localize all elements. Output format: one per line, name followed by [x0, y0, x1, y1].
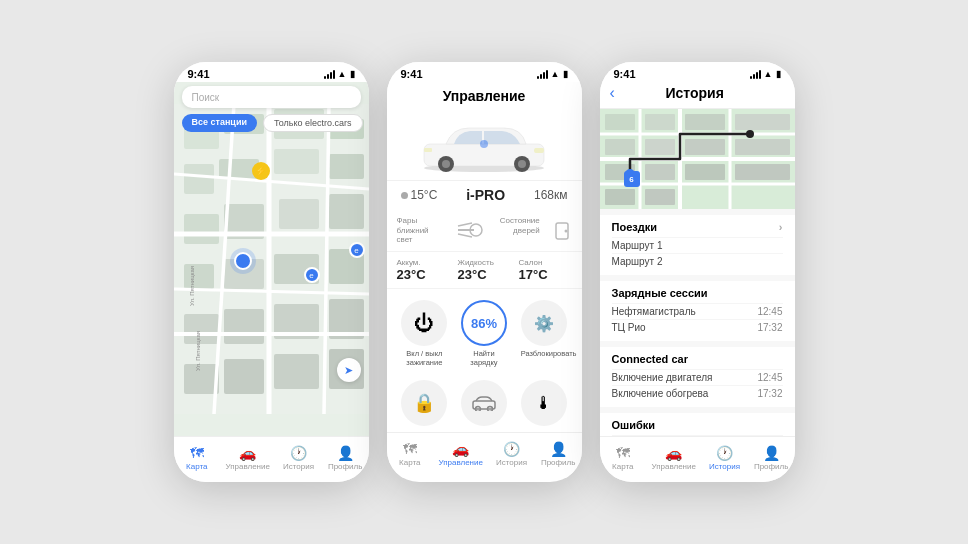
svg-point-38: [442, 160, 450, 168]
svg-rect-61: [645, 114, 675, 130]
map-pin-e-2[interactable]: e: [304, 267, 320, 283]
action-ignition[interactable]: ⏻ Вкл / выклзажигание: [401, 300, 447, 367]
lights-icon: [456, 220, 484, 240]
tab-control-history[interactable]: 🕐 История: [494, 441, 530, 467]
svg-rect-42: [534, 148, 544, 153]
tab-control-profile[interactable]: 👤 Профиль: [540, 441, 576, 467]
ignition-label: Вкл / выклзажигание: [406, 349, 442, 367]
charging-2-label: ТЦ Рио: [612, 322, 646, 333]
tab-history-history[interactable]: 🕐 История: [707, 445, 743, 471]
battery-icon-history: ▮: [776, 69, 781, 79]
charging-title-text: Зарядные сессии: [612, 287, 708, 299]
svg-rect-73: [645, 189, 675, 205]
unlock-label: Разблокировать: [521, 349, 567, 358]
tab-h-icon-1: 🗺: [616, 445, 630, 461]
unlock-circle[interactable]: ⚙️: [521, 300, 567, 346]
history-content: Поездки › Маршрут 1 Маршрут 2 Зарядные с…: [600, 209, 795, 436]
temp-dot: [401, 192, 408, 199]
history-map: 6: [600, 109, 795, 209]
action-find-charge[interactable]: 86% Найти зарядку: [461, 300, 507, 367]
action-temp[interactable]: 🌡: [521, 380, 567, 426]
svg-point-40: [518, 160, 526, 168]
svg-rect-23: [274, 354, 319, 389]
tab-history-carta[interactable]: 🗺 Карта: [605, 445, 641, 471]
tab-map-control[interactable]: 🚗 Управление: [225, 445, 269, 471]
section-title-errors: Ошибки: [612, 419, 783, 435]
connected-2[interactable]: Включение обогрева 17:32: [612, 385, 783, 401]
tab-control-label: Управление: [225, 462, 269, 471]
tab-history-icon: 🕐: [290, 445, 307, 461]
status-icons-control: ▲ ▮: [537, 69, 568, 79]
history-header: ‹ История: [600, 82, 795, 109]
bar1: [750, 76, 752, 79]
bar1: [537, 76, 539, 79]
history-section-charging: Зарядные сессии Нефтямагистраль 12:45 ТЦ…: [600, 281, 795, 341]
tab-map-label: Карта: [186, 462, 207, 471]
filter-all-stations[interactable]: Все станции: [182, 114, 257, 132]
trips-arrow[interactable]: ›: [779, 221, 783, 233]
history-pin-start: 6: [624, 171, 640, 187]
svg-rect-5: [184, 164, 214, 194]
control-row-metrics: Аккум. 23°C Жидкость 23°C Салон 17°C: [387, 252, 582, 290]
find-charge-label: Найти зарядку: [461, 349, 507, 367]
battery-icon-control: ▮: [563, 69, 568, 79]
bar3: [756, 72, 758, 79]
tab-h-label-1: Карта: [612, 462, 633, 471]
tab-control-control[interactable]: 🚗 Управление: [438, 441, 482, 467]
tab-bar-history: 🗺 Карта 🚗 Управление 🕐 История 👤 Профиль: [600, 436, 795, 482]
tab-history-control[interactable]: 🚗 Управление: [651, 445, 695, 471]
back-button[interactable]: ‹: [610, 84, 621, 102]
svg-rect-65: [645, 139, 675, 155]
tab-h-icon-3: 🕐: [716, 445, 733, 461]
ignition-circle[interactable]: ⏻: [401, 300, 447, 346]
tab-map-carta[interactable]: 🗺 Карта: [179, 445, 215, 471]
bar2: [753, 74, 755, 79]
tab-map-history[interactable]: 🕐 История: [281, 445, 317, 471]
svg-rect-71: [735, 164, 790, 180]
action-lock[interactable]: 🔒: [401, 380, 447, 426]
signal-bars-control: [537, 70, 548, 79]
tab-icon-4: 👤: [550, 441, 567, 457]
tab-history-profile[interactable]: 👤 Профиль: [753, 445, 789, 471]
lights-label: Фары ближний свет: [397, 216, 429, 245]
map-area[interactable]: Ул. Пятницкая Ул. Пятницкая 1-й Новокузн…: [174, 82, 369, 436]
action-unlock[interactable]: ⚙️ Разблокировать: [521, 300, 567, 367]
action-car[interactable]: [461, 380, 507, 426]
car-small-icon: [472, 395, 496, 411]
cabin-val: 17°C: [519, 267, 548, 282]
map-search-bar[interactable]: Поиск: [182, 86, 361, 108]
car-circle[interactable]: [461, 380, 507, 426]
battery-icon-map: ▮: [350, 69, 355, 79]
section-title-trips: Поездки ›: [612, 221, 783, 237]
connected-1-val: 12:45: [757, 372, 782, 383]
bar2: [327, 74, 329, 79]
find-charge-circle[interactable]: 86%: [461, 300, 507, 346]
svg-rect-66: [685, 139, 725, 155]
trip-2-label: Маршрут 2: [612, 256, 663, 267]
svg-point-74: [746, 130, 754, 138]
filter-electro-cars[interactable]: Только electro.cars: [263, 114, 363, 132]
temp-circle[interactable]: 🌡: [521, 380, 567, 426]
tab-map-profile[interactable]: 👤 Профиль: [327, 445, 363, 471]
status-bar-map: 9:41 ▲ ▮: [174, 62, 369, 82]
km-info: 168км: [534, 188, 568, 202]
charging-2[interactable]: ТЦ Рио 17:32: [612, 319, 783, 335]
bar2: [540, 74, 542, 79]
tab-h-icon-4: 👤: [763, 445, 780, 461]
temp-info: 15°C: [401, 188, 438, 202]
history-trip-2[interactable]: Маршрут 2: [612, 253, 783, 269]
charging-1[interactable]: Нефтямагистраль 12:45: [612, 303, 783, 319]
map-pin-e-1[interactable]: e: [349, 242, 365, 258]
history-trip-1[interactable]: Маршрут 1: [612, 237, 783, 253]
cabin-label: Салон: [519, 258, 543, 268]
map-pin-charging-1[interactable]: ⚡: [252, 162, 270, 180]
tab-control-carta[interactable]: 🗺 Карта: [392, 441, 428, 467]
location-arrow[interactable]: ➤: [337, 358, 361, 382]
fluid-metric: Жидкость 23°C: [458, 258, 511, 283]
svg-rect-69: [645, 164, 675, 180]
connected-1[interactable]: Включение двигателя 12:45: [612, 369, 783, 385]
svg-rect-63: [735, 114, 790, 130]
lock-circle[interactable]: 🔒: [401, 380, 447, 426]
fluid-label: Жидкость: [458, 258, 494, 268]
svg-rect-64: [605, 139, 635, 155]
